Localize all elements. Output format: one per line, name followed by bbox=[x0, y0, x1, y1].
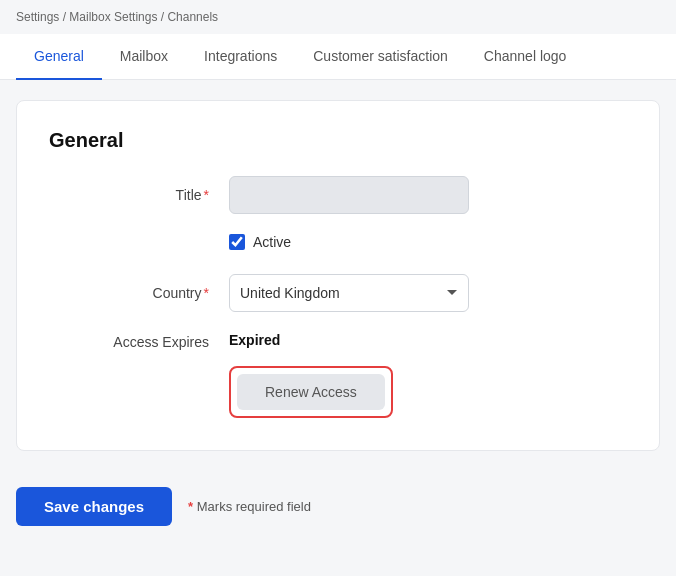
tab-channel-logo[interactable]: Channel logo bbox=[466, 34, 585, 80]
renew-access-button[interactable]: Renew Access bbox=[237, 374, 385, 410]
required-note: * Marks required field bbox=[188, 499, 311, 514]
renew-container: Renew Access bbox=[229, 366, 627, 418]
title-row: Title* bbox=[49, 176, 627, 214]
active-label[interactable]: Active bbox=[253, 234, 291, 250]
title-input[interactable] bbox=[229, 176, 469, 214]
access-expires-row: Access Expires Expired bbox=[49, 332, 627, 350]
footer: Save changes * Marks required field bbox=[0, 471, 676, 542]
country-row: Country* United Kingdom United States Fr… bbox=[49, 274, 627, 312]
active-checkbox[interactable] bbox=[229, 234, 245, 250]
tab-mailbox[interactable]: Mailbox bbox=[102, 34, 186, 80]
country-select[interactable]: United Kingdom United States France Germ… bbox=[229, 274, 469, 312]
access-expires-label: Access Expires bbox=[49, 332, 229, 350]
general-card: General Title* Active Country* United Ki… bbox=[16, 100, 660, 451]
card-title: General bbox=[49, 129, 627, 152]
expired-status: Expired bbox=[229, 332, 280, 348]
top-nav: General Mailbox Integrations Customer sa… bbox=[0, 34, 676, 80]
title-label: Title* bbox=[49, 187, 229, 203]
active-row: Active bbox=[229, 234, 627, 250]
save-button[interactable]: Save changes bbox=[16, 487, 172, 526]
tab-customer-satisfaction[interactable]: Customer satisfaction bbox=[295, 34, 466, 80]
renew-wrapper: Renew Access bbox=[229, 366, 393, 418]
content-area: General Title* Active Country* United Ki… bbox=[0, 80, 676, 471]
required-note-text: Marks required field bbox=[197, 499, 311, 514]
breadcrumb: Settings / Mailbox Settings / Channels bbox=[0, 0, 676, 34]
required-star: * bbox=[188, 499, 193, 514]
tab-integrations[interactable]: Integrations bbox=[186, 34, 295, 80]
country-label: Country* bbox=[49, 285, 229, 301]
tab-general[interactable]: General bbox=[16, 34, 102, 80]
